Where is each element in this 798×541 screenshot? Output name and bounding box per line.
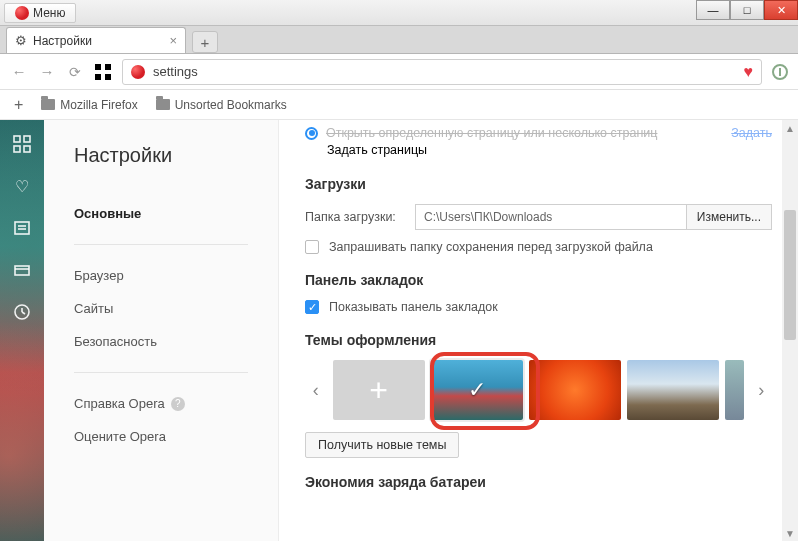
divider bbox=[74, 372, 248, 373]
ask-before-download-checkbox[interactable] bbox=[305, 240, 319, 254]
svg-rect-1 bbox=[105, 64, 111, 70]
sidebar-item-help[interactable]: Справка Opera ? bbox=[74, 387, 278, 420]
nav-forward-button[interactable]: → bbox=[38, 63, 56, 81]
history-icon[interactable] bbox=[12, 302, 32, 322]
sidebar-item-websites[interactable]: Сайты bbox=[74, 292, 278, 325]
show-bookmarks-label: Показывать панель закладок bbox=[329, 300, 498, 314]
sidebar-item-basic[interactable]: Основные bbox=[74, 197, 278, 230]
svg-rect-6 bbox=[14, 146, 20, 152]
adblock-icon[interactable] bbox=[772, 64, 788, 80]
window-close-button[interactable]: ✕ bbox=[764, 0, 798, 20]
bookmark-label: Unsorted Bookmarks bbox=[175, 98, 287, 112]
tab-close-button[interactable]: × bbox=[169, 33, 177, 48]
nav-reload-button[interactable]: ⟳ bbox=[66, 63, 84, 81]
download-path-label: Папка загрузки: bbox=[305, 210, 405, 224]
sidebar-item-rate[interactable]: Оцените Opera bbox=[74, 420, 278, 453]
tab-settings[interactable]: ⚙ Настройки × bbox=[6, 27, 186, 53]
svg-rect-7 bbox=[24, 146, 30, 152]
sidebar-item-security[interactable]: Безопасность bbox=[74, 325, 278, 358]
window-maximize-button[interactable]: □ bbox=[730, 0, 764, 20]
section-bookmarks-panel: Панель закладок ✓ Показывать панель закл… bbox=[305, 272, 772, 314]
tabs-icon[interactable] bbox=[12, 260, 32, 280]
divider bbox=[74, 244, 248, 245]
bookmark-heart-icon[interactable]: ♥ bbox=[744, 63, 754, 81]
get-themes-button[interactable]: Получить новые темы bbox=[305, 432, 459, 458]
download-change-button[interactable]: Изменить... bbox=[687, 204, 772, 230]
downloads-heading: Загрузки bbox=[305, 176, 772, 192]
startup-radio[interactable] bbox=[305, 127, 318, 140]
battery-heading: Экономия заряда батареи bbox=[305, 474, 772, 490]
scroll-up-button[interactable]: ▲ bbox=[782, 120, 798, 136]
folder-icon bbox=[156, 99, 170, 110]
startup-option-label: Открыть определенную страницу или нескол… bbox=[326, 126, 723, 140]
theme-tile[interactable] bbox=[725, 360, 745, 420]
add-bookmark-button[interactable]: + bbox=[14, 96, 23, 114]
svg-rect-11 bbox=[15, 266, 29, 275]
address-input[interactable] bbox=[153, 64, 736, 79]
svg-rect-8 bbox=[15, 222, 29, 234]
ask-before-download-label: Запрашивать папку сохранения перед загру… bbox=[329, 240, 653, 254]
new-tab-button[interactable]: + bbox=[192, 31, 218, 53]
section-downloads: Загрузки Папка загрузки: Изменить... Зап… bbox=[305, 176, 772, 254]
themes-prev-button[interactable]: ‹ bbox=[305, 360, 327, 420]
set-pages-link[interactable]: Задать bbox=[731, 126, 772, 140]
page-title: Настройки bbox=[74, 144, 278, 167]
address-bar[interactable]: ♥ bbox=[122, 59, 762, 85]
gear-icon: ⚙ bbox=[15, 33, 27, 48]
nav-toolbar: ← → ⟳ ♥ bbox=[0, 54, 798, 90]
opera-icon bbox=[131, 65, 145, 79]
show-bookmarks-checkbox[interactable]: ✓ bbox=[305, 300, 319, 314]
window-minimize-button[interactable]: — bbox=[696, 0, 730, 20]
tab-title: Настройки bbox=[33, 34, 92, 48]
svg-rect-2 bbox=[95, 74, 101, 80]
svg-rect-0 bbox=[95, 64, 101, 70]
window-titlebar: Меню — □ ✕ bbox=[0, 0, 798, 26]
theme-tile-selected[interactable]: ✓ bbox=[431, 360, 523, 420]
speed-dial-icon[interactable] bbox=[12, 134, 32, 154]
news-icon[interactable] bbox=[12, 218, 32, 238]
section-themes: Темы оформления ‹ + ✓ › Получить новые т… bbox=[305, 332, 772, 458]
menu-label: Меню bbox=[33, 6, 65, 20]
download-path-input[interactable] bbox=[415, 204, 687, 230]
check-icon: ✓ bbox=[468, 377, 486, 403]
content-scrollbar[interactable]: ▲ ▼ bbox=[782, 120, 798, 541]
scroll-thumb[interactable] bbox=[784, 210, 796, 340]
bookmark-folder[interactable]: Unsorted Bookmarks bbox=[156, 98, 287, 112]
svg-rect-4 bbox=[14, 136, 20, 142]
menu-button[interactable]: Меню bbox=[4, 3, 76, 23]
section-battery: Экономия заряда батареи bbox=[305, 474, 772, 490]
scroll-down-button[interactable]: ▼ bbox=[782, 525, 798, 541]
bookmarks-panel-heading: Панель закладок bbox=[305, 272, 772, 288]
opera-icon bbox=[15, 6, 29, 20]
svg-line-15 bbox=[22, 312, 25, 314]
svg-rect-3 bbox=[105, 74, 111, 80]
theme-tile[interactable] bbox=[529, 360, 621, 420]
folder-icon bbox=[41, 99, 55, 110]
themes-heading: Темы оформления bbox=[305, 332, 772, 348]
themes-strip: ‹ + ✓ › bbox=[305, 360, 772, 420]
set-pages-link-2[interactable]: Задать страницы bbox=[327, 143, 427, 157]
help-icon: ? bbox=[171, 397, 185, 411]
themes-next-button[interactable]: › bbox=[750, 360, 772, 420]
svg-rect-5 bbox=[24, 136, 30, 142]
tab-strip: ⚙ Настройки × + bbox=[0, 26, 798, 54]
theme-tile[interactable] bbox=[627, 360, 719, 420]
theme-add-tile[interactable]: + bbox=[333, 360, 425, 420]
sidebar-item-browser[interactable]: Браузер bbox=[74, 259, 278, 292]
speed-dial-button[interactable] bbox=[94, 63, 112, 81]
bookmarks-icon[interactable]: ♡ bbox=[12, 176, 32, 196]
bookmark-folder[interactable]: Mozilla Firefox bbox=[41, 98, 137, 112]
help-label: Справка Opera bbox=[74, 396, 165, 411]
nav-back-button[interactable]: ← bbox=[10, 63, 28, 81]
bookmark-label: Mozilla Firefox bbox=[60, 98, 137, 112]
settings-nav: Настройки Основные Браузер Сайты Безопас… bbox=[44, 120, 279, 541]
side-rail: ♡ bbox=[0, 120, 44, 541]
bookmarks-bar: + Mozilla Firefox Unsorted Bookmarks bbox=[0, 90, 798, 120]
settings-content: Открыть определенную страницу или нескол… bbox=[279, 120, 798, 541]
